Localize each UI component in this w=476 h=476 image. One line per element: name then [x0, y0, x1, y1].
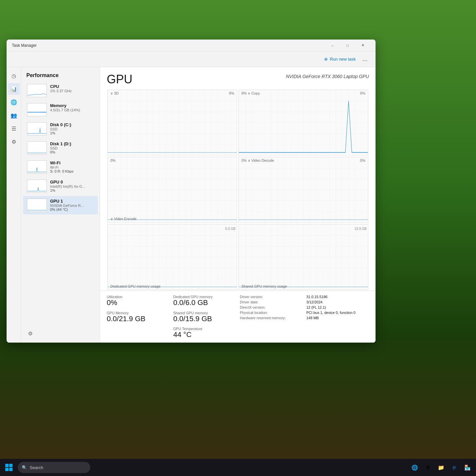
sidebar-item-disk1[interactable]: Disk 1 (D:) SSD 0%: [23, 139, 98, 157]
physical-label: Physical location:: [240, 311, 268, 315]
sidebar-item-disk0[interactable]: Disk 0 (C:) SSD 1%: [23, 120, 98, 138]
memory-subtitle: 4.5/31.7 GB (14%): [50, 108, 94, 112]
chart-copy-label: Copy: [251, 91, 260, 95]
chart-dedicated-svg: [108, 224, 237, 290]
chart-encode-chevron: ∨: [110, 217, 114, 221]
chart-copy-percent-label: 0% ∨ Copy: [241, 91, 260, 96]
services-nav-icon[interactable]: ⚙: [8, 136, 20, 148]
svg-line-4: [40, 128, 41, 133]
svg-rect-22: [5, 464, 9, 467]
sidebar-item-wifi[interactable]: Wi-Fi Wi-Fi S: 0 R: 0 Kbps: [23, 158, 98, 176]
stat-temperature: GPU Temperature 44 °C: [173, 327, 236, 339]
temperature-label: GPU Temperature: [173, 327, 236, 331]
physical-value: PCI bus 1, device 0, function 0: [306, 311, 355, 315]
gpu-main-title: GPU: [107, 72, 132, 86]
wifi-mini-chart: [27, 160, 47, 174]
disk0-info: Disk 0 (C:) SSD 1%: [50, 122, 94, 135]
chart-encode-label: ∨ Video Encode: [110, 217, 136, 221]
driver-date-value-row: 3/12/2024: [306, 300, 369, 304]
more-options-button[interactable]: ...: [360, 54, 370, 65]
chart-3d-chevron: ∨: [110, 91, 114, 95]
disk1-mini-chart: [27, 141, 47, 154]
stat-group-memory: Dedicated GPU memory 0.0/6.0 GB Shared G…: [173, 295, 236, 339]
start-button[interactable]: [3, 461, 15, 474]
minimize-button[interactable]: –: [325, 40, 340, 51]
wifi-subtitle: Wi-Fi: [50, 165, 94, 169]
left-panel-title: Performance: [21, 67, 100, 81]
sidebar-item-cpu[interactable]: CPU 1% 3.37 GHz: [23, 81, 98, 100]
users-nav-icon[interactable]: 👥: [8, 109, 20, 121]
search-icon: 🔍: [22, 465, 27, 470]
disk0-value: 1%: [50, 131, 94, 135]
chart-3d-percent: ∨ 3D: [110, 91, 119, 96]
search-bar[interactable]: 🔍 Search: [18, 462, 90, 473]
chart-copy-chevron: ∨: [248, 91, 251, 95]
performance-nav-icon[interactable]: 📊: [8, 83, 20, 95]
run-task-icon: ⊕: [324, 57, 328, 62]
chart-3d-label: 3D: [114, 91, 119, 95]
chart-3d-top-right: 0%: [229, 91, 234, 95]
temperature-value: 44 °C: [173, 331, 236, 339]
app-history-nav-icon[interactable]: 🌐: [8, 96, 20, 108]
disk1-info: Disk 1 (D:) SSD 0%: [50, 141, 94, 154]
memory-mini-chart: [27, 103, 47, 116]
taskbar-icon-folder[interactable]: 📁: [435, 462, 447, 473]
svg-line-8: [36, 168, 37, 172]
sidebar-item-gpu1[interactable]: GPU 1 NVIDIA GeForce R... 0% (44 °C): [23, 196, 98, 214]
wifi-title: Wi-Fi: [50, 160, 94, 165]
charts-area: ∨ 3D 0%: [100, 89, 376, 291]
processes-nav-icon[interactable]: ◷: [8, 70, 20, 82]
disk1-value: 0%: [50, 150, 94, 154]
taskbar-icon-earth[interactable]: 🌐: [409, 462, 421, 473]
taskbar: 🔍 Search 🌐 🖥 📁 e 🏪: [0, 459, 476, 476]
gpu1-mini-chart: [27, 199, 47, 212]
driver-date-value: 3/12/2024: [306, 300, 322, 304]
gpu1-info: GPU 1 NVIDIA GeForce R... 0% (44 °C): [50, 199, 94, 211]
close-button[interactable]: ✕: [355, 40, 370, 51]
chart-encode-svg: [108, 157, 237, 222]
driver-date-row: Driver date:: [240, 300, 302, 304]
chart-video-encode: 0% ∨ Video Encode: [107, 157, 237, 223]
stat-dedicated: Dedicated GPU memory 0.0/6.0 GB: [173, 295, 236, 307]
task-manager-window: Task Manager – □ ✕ ⊕ Run new task ... ◷ …: [7, 40, 376, 343]
details-nav-icon[interactable]: ☰: [8, 123, 20, 134]
svg-rect-19: [239, 157, 368, 222]
utilization-value: 0%: [107, 299, 169, 307]
sidebar-item-memory[interactable]: Memory 4.5/31.7 GB (14%): [23, 100, 98, 119]
directx-label: DirectX version:: [240, 305, 266, 309]
svg-line-12: [38, 187, 38, 191]
chart-decode-svg: [239, 157, 368, 222]
window-title: Task Manager: [12, 43, 325, 48]
gpu-subtitle: NVIDIA GeForce RTX 3060 Laptop GPU: [286, 74, 369, 79]
settings-cog-button[interactable]: ⚙: [25, 328, 36, 339]
run-new-task-button[interactable]: ⊕ Run new task: [324, 57, 356, 62]
stats-area: Utilization 0% GPU Memory 0.0/21.9 GB De…: [100, 291, 376, 343]
cpu-info: CPU 1% 3.37 GHz: [50, 84, 94, 93]
sidebar-item-gpu0[interactable]: GPU 0 Intel(R) Iris(R) Xe G... 1%: [23, 177, 98, 195]
disk0-title: Disk 0 (C:): [50, 122, 94, 127]
shared-label: Shared GPU memory: [173, 311, 236, 315]
gpu0-title: GPU 0: [50, 180, 94, 184]
hw-reserved-value: 148 MB: [306, 316, 319, 320]
chart-dedicated-label: Dedicated GPU memory usage: [110, 284, 160, 288]
chart-copy-svg: [239, 90, 368, 155]
stat-group-driver-left: Driver version: Driver date: DirectX ver…: [240, 295, 302, 339]
cpu-title: CPU: [50, 84, 94, 89]
maximize-button[interactable]: □: [340, 40, 355, 51]
disk1-title: Disk 1 (D:): [50, 141, 94, 146]
svg-rect-16: [108, 90, 237, 155]
taskbar-icon-store[interactable]: 🏪: [462, 462, 473, 473]
chart-encode-percent: 0%: [110, 158, 116, 162]
gpu-memory-value: 0.0/21.9 GB: [107, 315, 169, 323]
directx-value-row: 12 (FL 12.1): [306, 305, 369, 309]
shared-value: 0.0/15.9 GB: [173, 315, 236, 323]
gpu0-mini-chart: [27, 180, 47, 193]
hw-reserved-label: Hardware reserved memory:: [240, 316, 286, 320]
stat-shared: Shared GPU memory 0.0/15.9 GB: [173, 311, 236, 323]
taskbar-icon-edge[interactable]: e: [448, 462, 460, 473]
stat-gpu-memory: GPU Memory 0.0/21.9 GB: [107, 311, 169, 323]
taskbar-icon-monitor[interactable]: 🖥: [422, 462, 434, 473]
svg-rect-20: [108, 224, 237, 290]
disk1-subtitle: SSD: [50, 146, 94, 150]
chart-dedicated-gb: 6.0 GB: [225, 227, 236, 231]
